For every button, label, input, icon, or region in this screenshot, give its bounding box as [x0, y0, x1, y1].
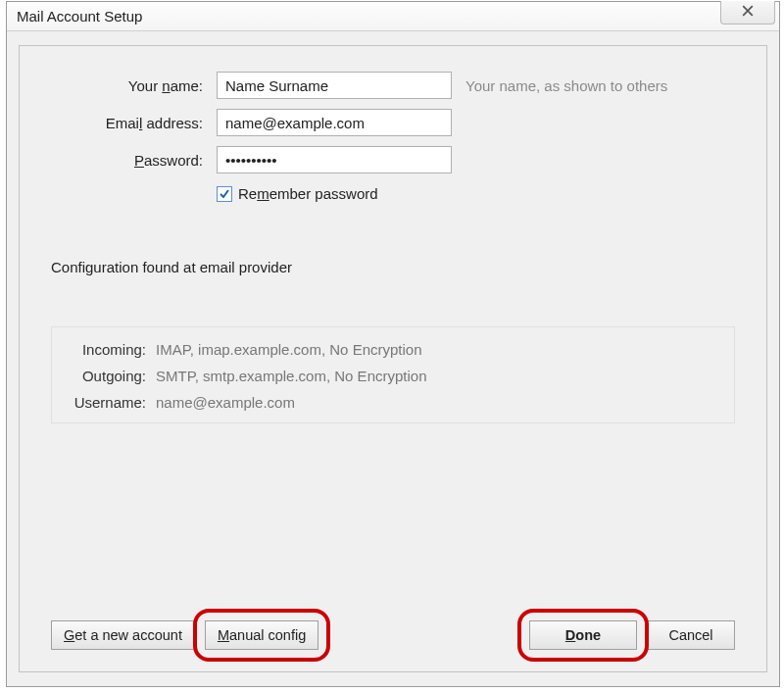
password-input[interactable] — [217, 146, 452, 173]
email-label: Email address: — [51, 115, 203, 131]
check-icon — [219, 188, 230, 200]
remember-label: Remember password — [238, 185, 378, 202]
incoming-value: IMAP, imap.example.com, No Encryption — [156, 341, 422, 358]
status-message: Configuration found at email provider — [51, 259, 735, 275]
remember-row: Remember password — [217, 185, 735, 202]
title-bar: Mail Account Setup — [7, 2, 779, 31]
cancel-button[interactable]: Cancel — [647, 620, 735, 650]
outgoing-value: SMTP, smtp.example.com, No Encryption — [156, 368, 427, 384]
outgoing-row: Outgoing: SMTP, smtp.example.com, No Enc… — [66, 368, 720, 384]
button-bar: Get a new account Manual config Done Can… — [51, 620, 735, 650]
username-value: name@example.com — [156, 394, 295, 411]
manual-config-highlight: Manual config — [205, 620, 318, 650]
close-button[interactable] — [720, 1, 775, 25]
config-panel: Incoming: IMAP, imap.example.com, No Enc… — [51, 326, 735, 423]
password-label: Password: — [51, 152, 203, 169]
incoming-row: Incoming: IMAP, imap.example.com, No Enc… — [66, 341, 720, 358]
email-input[interactable] — [217, 109, 452, 136]
name-label: Your name: — [51, 77, 203, 94]
incoming-label: Incoming: — [66, 341, 146, 358]
done-highlight: Done — [529, 620, 637, 650]
account-form: Your name: Your name, as shown to others… — [51, 72, 735, 202]
dialog-window: Mail Account Setup Your name: Your name,… — [6, 1, 780, 687]
done-button[interactable]: Done — [529, 620, 637, 650]
name-input[interactable] — [217, 72, 452, 99]
outgoing-label: Outgoing: — [66, 368, 146, 384]
dialog-body: Your name: Your name, as shown to others… — [19, 45, 767, 672]
username-label: Username: — [66, 394, 146, 411]
get-new-account-button[interactable]: Get a new account — [51, 620, 195, 650]
close-icon — [742, 5, 754, 20]
remember-checkbox[interactable] — [217, 186, 232, 202]
manual-config-button[interactable]: Manual config — [205, 620, 318, 650]
name-hint: Your name, as shown to others — [466, 77, 735, 94]
window-title: Mail Account Setup — [17, 8, 142, 25]
username-row: Username: name@example.com — [66, 394, 720, 411]
